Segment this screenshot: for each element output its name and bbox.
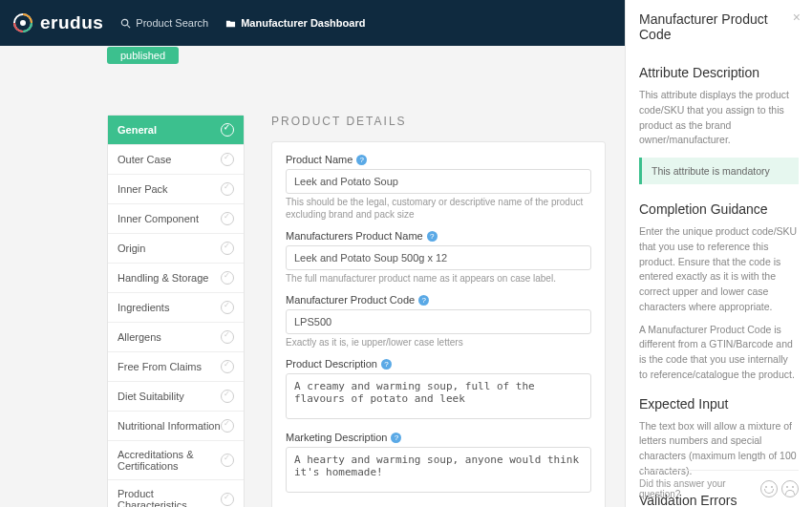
sidebar-item-origin[interactable]: Origin xyxy=(108,234,244,264)
input-manufacturer-product-name[interactable] xyxy=(286,245,591,270)
check-icon xyxy=(221,212,234,225)
check-icon xyxy=(221,123,234,137)
nav-manufacturer-dashboard-label: Manufacturer Dashboard xyxy=(241,17,365,29)
status-badge: published xyxy=(107,47,179,64)
product-details-block: Product Name? This should be the legal, … xyxy=(271,141,606,507)
content-column: PRODUCT DETAILS Product Name? This shoul… xyxy=(271,115,606,507)
mandatory-notice: This attribute is mandatory xyxy=(639,158,799,184)
feedback-question: Did this answer your question? xyxy=(639,478,760,499)
input-product-description[interactable] xyxy=(286,373,591,419)
completion-guidance-heading: Completion Guidance xyxy=(639,201,799,217)
input-marketing-description[interactable] xyxy=(286,447,591,493)
completion-guidance-text-2: A Manufacturer Product Code is different… xyxy=(639,323,799,383)
input-product-name[interactable] xyxy=(286,169,591,194)
sidebar-item-label: Nutritional Information xyxy=(118,420,221,432)
hint-manufacturer-product-code: Exactly as it is, ie upper/lower case le… xyxy=(286,336,591,349)
feedback-bar: Did this answer your question? xyxy=(639,470,799,499)
help-icon[interactable]: ? xyxy=(356,155,367,165)
help-icon[interactable]: ? xyxy=(418,295,429,306)
sidebar-item-ingredients[interactable]: Ingredients xyxy=(108,293,244,323)
help-icon[interactable]: ? xyxy=(381,359,392,370)
sidebar-item-label: Accreditations & Certifications xyxy=(118,449,221,472)
sidebar-item-label: Product Characteristics xyxy=(118,488,221,507)
nav-product-search[interactable]: Product Search xyxy=(120,17,208,29)
sidebar-item-label: Allergens xyxy=(118,331,161,343)
check-icon xyxy=(221,330,234,344)
sidebar-item-handling-storage[interactable]: Handling & Storage xyxy=(108,264,244,293)
sidebar-item-label: Inner Pack xyxy=(118,183,168,195)
check-icon xyxy=(221,182,234,196)
erudus-mark-icon xyxy=(13,13,32,32)
check-icon xyxy=(221,271,234,285)
nav-manufacturer-dashboard[interactable]: Manufacturer Dashboard xyxy=(225,17,365,29)
search-icon xyxy=(120,18,131,29)
brand-name: erudus xyxy=(40,12,103,33)
brand-logo[interactable]: erudus xyxy=(13,12,103,33)
sidebar-item-label: Diet Suitability xyxy=(118,391,184,402)
expected-input-heading: Expected Input xyxy=(639,396,799,412)
sidebar-item-outer-case[interactable]: Outer Case xyxy=(108,145,244,175)
folder-icon xyxy=(225,18,236,29)
happy-face-icon[interactable] xyxy=(760,480,778,497)
sidebar-item-nutritional-information[interactable]: Nutritional Information xyxy=(108,412,244,441)
help-icon[interactable]: ? xyxy=(391,433,401,443)
label-product-name: Product Name? xyxy=(286,154,591,165)
section-title-product-details: PRODUCT DETAILS xyxy=(271,115,606,128)
attribute-description-heading: Attribute Description xyxy=(639,65,799,80)
sidebar-item-label: Free From Claims xyxy=(118,361,202,372)
label-product-description: Product Description? xyxy=(286,358,591,370)
close-icon[interactable]: × xyxy=(793,10,801,25)
check-icon xyxy=(221,242,234,255)
sidebar-item-label: Outer Case xyxy=(118,154,171,165)
sidebar-item-label: Origin xyxy=(118,243,145,254)
sidebar-item-general[interactable]: General xyxy=(108,116,244,145)
sidebar-item-product-characteristics[interactable]: Product Characteristics xyxy=(108,480,244,507)
help-panel-title: Manufacturer Product Code xyxy=(639,11,799,42)
attribute-description-text: This attribute displays the product code… xyxy=(639,88,799,148)
nav-product-search-label: Product Search xyxy=(136,17,208,29)
sidebar-item-inner-pack[interactable]: Inner Pack xyxy=(108,175,244,204)
check-icon xyxy=(221,153,234,166)
svg-line-3 xyxy=(128,25,131,28)
sidebar-item-label: Handling & Storage xyxy=(118,272,208,284)
check-icon xyxy=(221,454,234,467)
hint-manufacturer-product-name: The full manufacturer product name as it… xyxy=(286,272,591,285)
sidebar-item-label: General xyxy=(118,124,157,136)
section-sidebar: General Outer Case Inner Pack Inner Comp… xyxy=(107,115,245,507)
help-icon[interactable]: ? xyxy=(427,231,438,242)
sidebar-item-label: Inner Component xyxy=(118,213,199,224)
check-icon xyxy=(221,419,234,433)
label-manufacturer-product-code: Manufacturer Product Code? xyxy=(286,294,591,306)
sidebar-item-label: Ingredients xyxy=(118,302,169,313)
check-icon xyxy=(221,493,234,506)
sidebar-item-allergens[interactable]: Allergens xyxy=(108,323,244,352)
check-icon xyxy=(221,360,234,373)
label-manufacturer-product-name: Manufacturers Product Name? xyxy=(286,230,591,242)
sidebar-item-inner-component[interactable]: Inner Component xyxy=(108,204,244,234)
feedback-faces xyxy=(760,480,799,497)
input-manufacturer-product-code[interactable] xyxy=(286,309,591,334)
help-panel: × Manufacturer Product Code Attribute De… xyxy=(625,0,812,507)
sidebar-item-accreditations[interactable]: Accreditations & Certifications xyxy=(108,441,244,480)
label-marketing-description: Marketing Description? xyxy=(286,432,591,443)
svg-point-2 xyxy=(122,19,128,25)
sidebar-item-diet-suitability[interactable]: Diet Suitability xyxy=(108,382,244,412)
sidebar-item-free-from-claims[interactable]: Free From Claims xyxy=(108,352,244,382)
svg-point-1 xyxy=(20,20,26,26)
check-icon xyxy=(221,390,234,403)
completion-guidance-text-1: Enter the unique product code/SKU that y… xyxy=(639,224,799,315)
top-nav: Product Search Manufacturer Dashboard xyxy=(120,17,365,29)
sad-face-icon[interactable] xyxy=(781,480,799,497)
check-icon xyxy=(221,301,234,314)
hint-product-name: This should be the legal, customary or d… xyxy=(286,196,591,221)
